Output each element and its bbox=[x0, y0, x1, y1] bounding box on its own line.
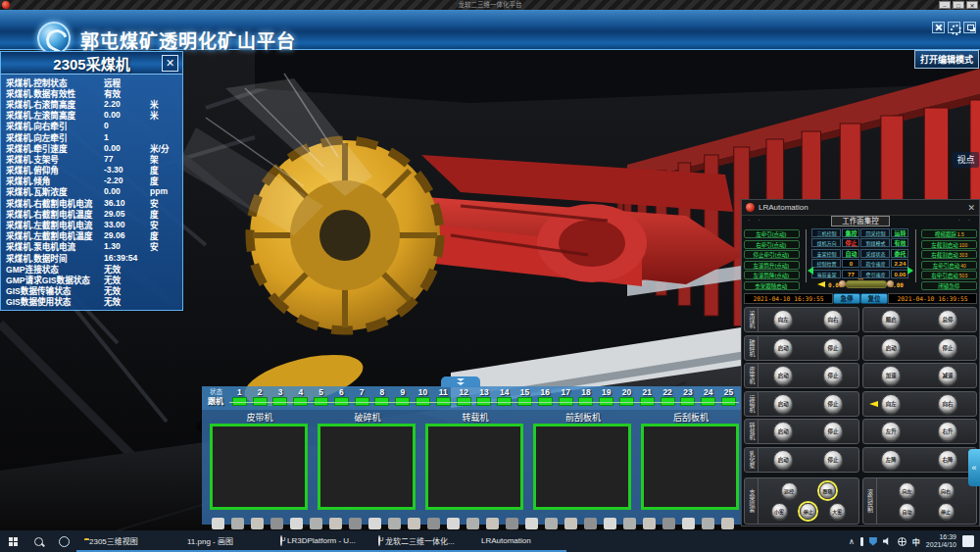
jog-button[interactable]: 闭锁急停 bbox=[921, 281, 977, 290]
jog-button[interactable]: 左截割启动100 bbox=[921, 240, 977, 249]
support-unit[interactable]: 25 bbox=[718, 387, 739, 406]
support-unit[interactable]: 14 bbox=[494, 387, 514, 406]
support-status-block[interactable] bbox=[578, 397, 593, 406]
film-frame[interactable] bbox=[447, 518, 460, 529]
device-button[interactable]: 总停 bbox=[938, 310, 957, 329]
taskbar-item[interactable]: 2305三维视图 bbox=[76, 530, 174, 552]
taskbar-item[interactable]: 11.png - 画图 bbox=[174, 530, 272, 552]
support-unit[interactable]: 18 bbox=[576, 387, 597, 406]
device-button[interactable]: 左升 bbox=[881, 422, 901, 441]
device-button[interactable]: 启动 bbox=[773, 338, 793, 358]
support-status-block[interactable] bbox=[314, 397, 328, 406]
support-unit[interactable]: 22 bbox=[658, 387, 678, 406]
film-frame[interactable] bbox=[290, 518, 303, 529]
camera-thumbnail[interactable] bbox=[641, 424, 739, 510]
support-unit[interactable]: 23 bbox=[678, 387, 699, 406]
support-status-block[interactable] bbox=[619, 397, 634, 406]
drum-button[interactable]: 向右 bbox=[938, 482, 955, 499]
device-button[interactable]: 停止 bbox=[823, 450, 843, 470]
film-frame[interactable] bbox=[231, 518, 244, 529]
support-unit[interactable]: 15 bbox=[514, 387, 535, 406]
support-status-block[interactable] bbox=[640, 397, 655, 406]
cortana-button[interactable] bbox=[51, 530, 76, 552]
tab-nav-dots-right[interactable]: · · bbox=[957, 217, 973, 224]
support-unit[interactable]: 21 bbox=[637, 387, 658, 406]
support-unit[interactable]: 19 bbox=[596, 387, 616, 406]
support-status-block[interactable] bbox=[680, 397, 695, 406]
support-unit[interactable]: 17 bbox=[556, 387, 576, 406]
support-unit[interactable]: 20 bbox=[616, 387, 637, 406]
estop-button[interactable]: 急停 bbox=[833, 293, 860, 304]
device-button[interactable]: 向左 bbox=[773, 310, 793, 329]
support-unit[interactable]: 9 bbox=[392, 387, 413, 406]
device-button[interactable]: 停止 bbox=[938, 338, 957, 358]
spray-button[interactable]: 大雾 bbox=[829, 503, 846, 520]
device-button[interactable]: 启动 bbox=[773, 450, 793, 470]
restore-view-icon[interactable] bbox=[963, 22, 976, 33]
support-status-block[interactable] bbox=[334, 397, 349, 406]
start-button[interactable] bbox=[0, 530, 25, 552]
film-frame[interactable] bbox=[329, 518, 342, 529]
notification-center-icon[interactable] bbox=[962, 535, 974, 547]
drum-button[interactable]: 停止 bbox=[938, 503, 955, 520]
film-frame[interactable] bbox=[408, 518, 420, 529]
support-unit[interactable]: 3 bbox=[270, 387, 291, 406]
film-frame[interactable] bbox=[584, 518, 597, 529]
support-unit[interactable]: 1 bbox=[229, 387, 250, 406]
support-status-block[interactable] bbox=[517, 397, 532, 406]
film-frame[interactable] bbox=[212, 518, 224, 529]
reset-button[interactable]: 复位 bbox=[860, 293, 888, 304]
support-unit[interactable]: 6 bbox=[331, 387, 352, 406]
clock[interactable]: 16:39 2021/4/10 bbox=[926, 533, 956, 549]
device-button[interactable]: 左降 bbox=[881, 450, 901, 470]
film-frame[interactable] bbox=[623, 518, 636, 529]
camera-thumbnail[interactable] bbox=[425, 424, 523, 510]
search-button[interactable] bbox=[25, 530, 51, 552]
jog-button[interactable]: 右牵引(点动) bbox=[744, 240, 800, 249]
spray-button[interactable]: 小雾 bbox=[771, 503, 788, 520]
drum-button[interactable]: 自动 bbox=[899, 503, 915, 520]
device-button[interactable]: 启动 bbox=[773, 422, 793, 441]
film-frame[interactable] bbox=[682, 518, 695, 529]
device-button[interactable]: 停止 bbox=[823, 422, 843, 441]
film-frame[interactable] bbox=[643, 518, 656, 529]
jog-button[interactable]: 视频跟踪1.5 bbox=[921, 229, 977, 238]
device-button[interactable]: 右升 bbox=[938, 422, 957, 441]
support-unit[interactable]: 13 bbox=[474, 387, 495, 406]
support-status-block[interactable] bbox=[355, 397, 369, 406]
film-frame[interactable] bbox=[525, 518, 538, 529]
device-button[interactable]: 向左 bbox=[881, 394, 901, 414]
film-frame[interactable] bbox=[604, 518, 616, 529]
film-frame[interactable] bbox=[427, 518, 440, 529]
jog-button[interactable]: 左滚筒升(点动) bbox=[744, 261, 800, 270]
support-unit[interactable]: 2 bbox=[250, 387, 270, 406]
minimize-button[interactable]: – bbox=[939, 1, 951, 9]
support-status-block[interactable] bbox=[661, 397, 675, 406]
film-frame[interactable] bbox=[564, 518, 577, 529]
support-unit[interactable]: 16 bbox=[535, 387, 556, 406]
jog-button[interactable]: 左牵引(点动) bbox=[744, 229, 800, 238]
device-button[interactable]: 停止 bbox=[823, 394, 843, 414]
film-frame[interactable] bbox=[388, 518, 401, 529]
support-unit[interactable]: 12 bbox=[454, 387, 474, 406]
usb-icon[interactable] bbox=[860, 537, 863, 546]
support-unit[interactable]: 7 bbox=[352, 387, 372, 406]
support-status-block[interactable] bbox=[232, 397, 247, 406]
taskbar-item[interactable]: LR3DPlatform - U... bbox=[272, 530, 370, 552]
device-button[interactable]: 右降 bbox=[938, 450, 957, 470]
network-icon[interactable] bbox=[898, 537, 906, 546]
camera-thumbnail[interactable] bbox=[533, 424, 631, 510]
support-status-block[interactable] bbox=[374, 397, 389, 406]
support-status-block[interactable] bbox=[436, 397, 451, 406]
tools-icon[interactable] bbox=[932, 22, 945, 33]
support-unit[interactable]: 5 bbox=[311, 387, 331, 406]
gear-icon[interactable] bbox=[948, 22, 960, 33]
tab-nav-dots-left[interactable]: · · bbox=[748, 217, 763, 224]
support-status-block[interactable] bbox=[395, 397, 410, 406]
jog-button[interactable]: 右截割启动303 bbox=[921, 250, 977, 259]
workface-control-tab[interactable]: 工作面集控 bbox=[831, 216, 890, 226]
panel-collapse-chevron[interactable]: « bbox=[968, 449, 980, 486]
support-status-block[interactable] bbox=[559, 397, 573, 406]
spray-button[interactable]: 跟随 bbox=[819, 482, 836, 499]
film-frame[interactable] bbox=[545, 518, 558, 529]
